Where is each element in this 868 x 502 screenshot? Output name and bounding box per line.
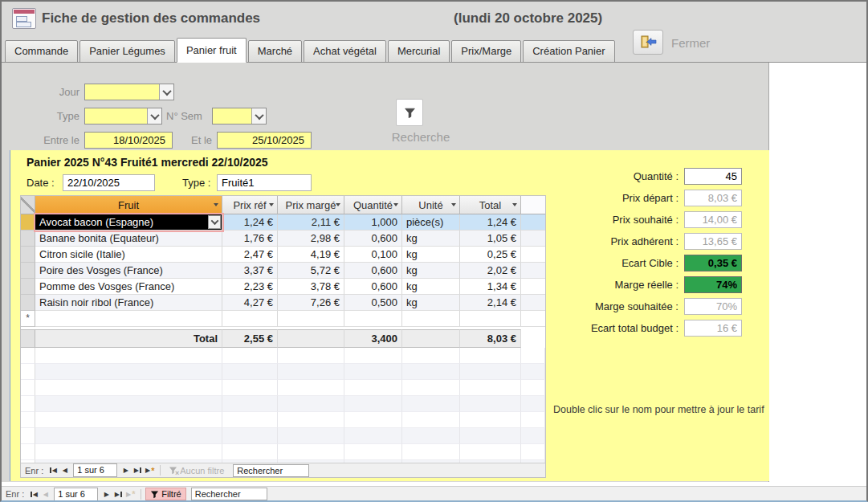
cell-unite[interactable]: kg	[402, 247, 460, 263]
tab-achat-v-g-tal[interactable]: Achat végétal	[304, 40, 386, 63]
dropdown-arrow-icon[interactable]	[208, 215, 221, 229]
dropdown-arrow-icon[interactable]	[147, 108, 161, 124]
cell-fruit[interactable]: Raisin noir ribol (France)	[35, 295, 222, 311]
cell-quantite[interactable]: 0,500	[344, 295, 402, 311]
cell-prix-ref[interactable]: 2,23 €	[222, 279, 278, 295]
cell-unite[interactable]: pièce(s)	[402, 214, 460, 231]
row-selector[interactable]	[21, 214, 35, 231]
panier-type-field[interactable]	[217, 174, 312, 191]
row-selector[interactable]	[21, 231, 35, 247]
cell-quantite[interactable]: 1,000	[344, 214, 402, 231]
cell-empty	[460, 380, 521, 396]
cell-prix-marge[interactable]: 3,78 €	[278, 279, 344, 295]
cell-prix-marge[interactable]: 7,26 €	[278, 295, 344, 311]
panier-date-field[interactable]	[63, 174, 155, 191]
cell-unite[interactable]: kg	[402, 263, 460, 279]
cell-empty[interactable]	[402, 311, 460, 327]
summary-value-quantite[interactable]: 45	[684, 168, 742, 185]
record-count-label: Enr :	[6, 489, 24, 499]
tab-march-[interactable]: Marché	[248, 40, 302, 63]
summary-row: Prix départ :8,03 €	[502, 190, 742, 206]
jour-combobox[interactable]	[84, 84, 174, 100]
row-selector[interactable]	[21, 295, 35, 311]
nav-first-record-button[interactable]: ◀	[47, 465, 59, 476]
dropdown-arrow-icon[interactable]	[393, 203, 398, 209]
column-header-prix-ref[interactable]: Prix réf	[222, 196, 278, 214]
cell-fruit[interactable]: Poire des Vosges (France)	[35, 263, 222, 279]
cell-prix-ref[interactable]: 4,27 €	[222, 295, 278, 311]
num-sem-combobox[interactable]	[212, 108, 267, 124]
cell-unite[interactable]: kg	[402, 295, 460, 311]
nav-last-record-button[interactable]: ▶	[132, 465, 144, 476]
search-filter-button[interactable]	[396, 99, 423, 126]
cell-prix-marge[interactable]: 2,98 €	[278, 231, 344, 247]
type-input[interactable]	[85, 108, 147, 124]
cell-empty[interactable]	[35, 311, 222, 327]
dropdown-arrow-icon[interactable]	[451, 203, 456, 209]
cell-fruit[interactable]: Banane bonita (Equateur)	[35, 231, 222, 247]
tab-panier-l-gumes[interactable]: Panier Légumes	[79, 40, 175, 63]
date-to-field[interactable]	[217, 132, 312, 149]
cell-prix-ref[interactable]: 1,76 €	[222, 231, 278, 247]
tab-panier-fruit[interactable]: Panier fruit	[177, 38, 247, 63]
record-search-input[interactable]	[233, 464, 309, 477]
nav-next-record-button[interactable]: ▶	[100, 488, 112, 500]
cell-quantite[interactable]: 0,100	[344, 247, 402, 263]
cell-empty[interactable]	[222, 311, 278, 327]
close-form-button[interactable]	[633, 30, 663, 55]
column-header-prix-marge[interactable]: Prix margé	[278, 196, 344, 214]
dropdown-arrow-icon[interactable]	[214, 203, 218, 209]
cell-prix-marge[interactable]: 2,11 €	[278, 214, 344, 231]
column-header-quantite[interactable]: Quantité	[344, 196, 402, 214]
summary-row: Marge souhaitée :70%	[502, 298, 742, 315]
record-position-box[interactable]: 1 sur 6	[54, 488, 98, 501]
header-date: (lundi 20 octobre 2025)	[454, 2, 602, 35]
cell-quantite[interactable]: 0,600	[344, 279, 402, 295]
row-selector[interactable]	[21, 247, 35, 263]
row-selector-empty	[21, 380, 35, 396]
tab-prix-marge[interactable]: Prix/Marge	[451, 40, 521, 63]
nav-next-record-button[interactable]: ▶	[120, 465, 132, 476]
nav-previous-record-button[interactable]: ◀	[59, 465, 71, 476]
cell-empty[interactable]	[278, 311, 344, 327]
dropdown-arrow-icon[interactable]	[159, 84, 173, 100]
cell-prix-marge[interactable]: 5,72 €	[278, 263, 344, 279]
cell-fruit[interactable]: Avocat bacon (Espagne)	[35, 214, 222, 231]
column-header-unite[interactable]: Unité	[402, 196, 460, 214]
row-selector[interactable]	[21, 279, 35, 295]
cell-quantite[interactable]: 0,600	[344, 231, 402, 247]
nav-new-record-button[interactable]: ▶*	[144, 465, 156, 476]
row-selector[interactable]	[21, 263, 35, 279]
nav-last-record-button[interactable]: ▶	[112, 488, 124, 500]
cell-unite[interactable]: kg	[402, 279, 460, 295]
cell-unite[interactable]: kg	[402, 231, 460, 247]
tab-cr-ation-panier[interactable]: Création Panier	[523, 40, 614, 63]
cell-prix-ref[interactable]: 2,47 €	[222, 247, 278, 263]
new-record-asterisk-icon[interactable]: *	[21, 311, 35, 327]
cell-quantite[interactable]: 0,600	[344, 263, 402, 279]
filter-status-filtered[interactable]: Filtré	[145, 488, 185, 500]
filter-status-none[interactable]: ×Aucun filtre	[165, 464, 228, 477]
jour-input[interactable]	[85, 84, 159, 100]
cell-prix-ref[interactable]: 3,37 €	[222, 263, 278, 279]
record-search-input[interactable]	[191, 488, 267, 500]
cell-prix-ref[interactable]: 1,24 €	[222, 214, 278, 231]
tab-commande[interactable]: Commande	[5, 40, 78, 63]
cell-empty	[402, 444, 460, 460]
form-icon	[12, 8, 36, 29]
dropdown-arrow-icon[interactable]	[269, 203, 274, 209]
dropdown-arrow-icon[interactable]	[336, 203, 340, 209]
cell-fruit[interactable]: Citron sicile (Italie)	[35, 247, 222, 263]
num-sem-input[interactable]	[213, 108, 251, 124]
cell-fruit[interactable]: Pomme des Vosges (France)	[35, 279, 222, 295]
dropdown-arrow-icon[interactable]	[251, 108, 266, 124]
date-from-field[interactable]	[84, 132, 173, 149]
cell-empty[interactable]	[344, 311, 402, 327]
column-header-fruit[interactable]: Fruit	[35, 196, 222, 214]
nav-first-record-button[interactable]: ◀	[27, 488, 39, 500]
cell-prix-marge[interactable]: 4,19 €	[278, 247, 344, 263]
tab-mercurial[interactable]: Mercurial	[388, 40, 450, 63]
record-position-box[interactable]: 1 sur 6	[73, 463, 117, 477]
select-all-corner[interactable]	[21, 196, 35, 214]
type-combobox[interactable]	[84, 108, 162, 124]
